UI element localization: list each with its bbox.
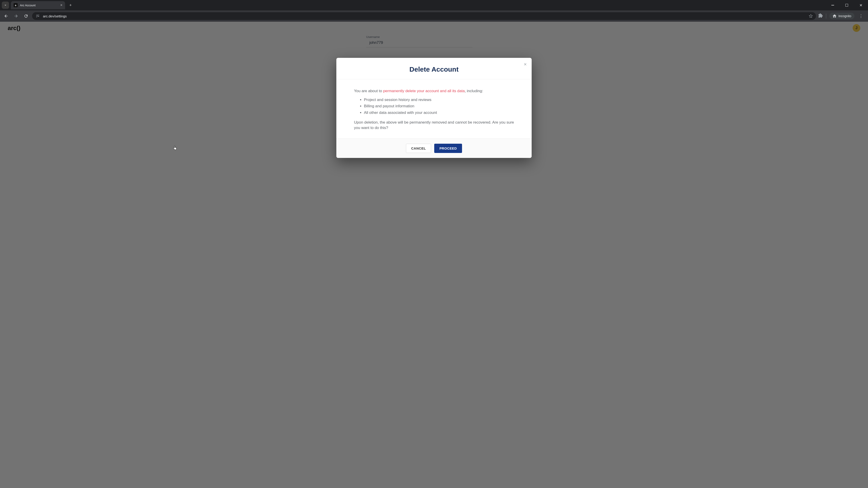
- pointer-cursor-icon: [173, 145, 177, 151]
- browser-menu-button[interactable]: ⋮: [858, 13, 864, 19]
- browser-toolbar: arc.dev/settings Incognito ⋮: [0, 10, 868, 22]
- modal-footer: CANCEL PROCEED: [336, 138, 532, 158]
- modal-bullet: Project and session history and reviews: [364, 97, 514, 103]
- toolbar-separator: [826, 13, 826, 19]
- tab-favicon: a: [13, 3, 18, 7]
- browser-titlebar: a Arc Account × + ✕: [0, 0, 868, 10]
- window-minimize-button[interactable]: [829, 1, 837, 9]
- window-controls: ✕: [829, 1, 866, 9]
- nav-reload-button[interactable]: [22, 12, 30, 20]
- titlebar-left: a Arc Account × +: [2, 0, 74, 10]
- cancel-button[interactable]: CANCEL: [406, 144, 431, 153]
- window-close-button[interactable]: ✕: [857, 1, 865, 9]
- browser-tab[interactable]: a Arc Account ×: [11, 1, 65, 9]
- puzzle-icon: [818, 13, 823, 18]
- modal-intro-after: , including:: [465, 89, 483, 93]
- proceed-button[interactable]: PROCEED: [434, 144, 462, 153]
- incognito-icon: [833, 14, 837, 18]
- modal-body: You are about to permanently delete your…: [336, 79, 532, 138]
- new-tab-button[interactable]: +: [67, 2, 74, 8]
- modal-intro: You are about to permanently delete your…: [354, 88, 514, 94]
- tab-close-button[interactable]: ×: [60, 3, 62, 7]
- window-maximize-button[interactable]: [843, 1, 851, 9]
- modal-intro-highlight: permanently delete your account and all …: [383, 89, 465, 93]
- close-icon: ×: [524, 61, 527, 67]
- site-info-button[interactable]: [35, 13, 40, 19]
- address-bar[interactable]: arc.dev/settings: [32, 12, 816, 20]
- delete-account-modal: Delete Account × You are about to perman…: [336, 58, 532, 158]
- nav-back-button[interactable]: [2, 12, 10, 20]
- tune-icon: [36, 14, 40, 18]
- tab-search-button[interactable]: [2, 2, 9, 9]
- modal-confirm-text: Upon deletion, the above will be permane…: [354, 120, 514, 131]
- modal-header: Delete Account ×: [336, 58, 532, 79]
- incognito-label: Incognito: [838, 14, 851, 18]
- toolbar-right: Incognito ⋮: [818, 13, 866, 20]
- mouse-cursor: [173, 145, 177, 151]
- bookmark-button[interactable]: [809, 14, 813, 18]
- url-text: arc.dev/settings: [43, 14, 806, 18]
- nav-forward-button[interactable]: [12, 12, 20, 20]
- modal-bullet: All other data associated with your acco…: [364, 110, 514, 116]
- extensions-button[interactable]: [818, 13, 823, 19]
- modal-close-button[interactable]: ×: [524, 62, 527, 67]
- chevron-down-icon: [3, 3, 7, 7]
- arrow-right-icon: [14, 14, 18, 18]
- modal-bullet: Billing and payout information: [364, 103, 514, 109]
- page-viewport: arc() J Username john779 Delete Account …: [0, 22, 868, 488]
- modal-intro-before: You are about to: [354, 89, 383, 93]
- tab-title: Arc Account: [20, 4, 58, 7]
- modal-bullet-list: Project and session history and reviews …: [364, 97, 514, 116]
- star-icon: [809, 14, 813, 18]
- reload-icon: [24, 14, 28, 18]
- modal-title: Delete Account: [341, 66, 527, 73]
- modal-overlay[interactable]: Delete Account × You are about to perman…: [0, 22, 868, 488]
- incognito-indicator[interactable]: Incognito: [829, 13, 855, 20]
- arrow-left-icon: [4, 14, 8, 18]
